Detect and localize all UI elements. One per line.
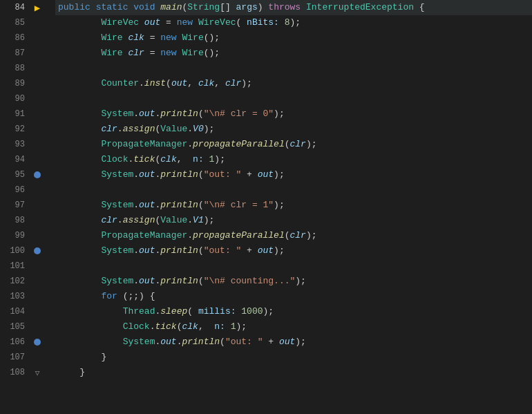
plain-93d: );: [306, 137, 317, 152]
plain-88: [58, 61, 64, 76]
str-out-100: "out: ": [204, 243, 242, 258]
str-91: "\n# clr = 0": [204, 106, 274, 122]
plain-86e: ();: [204, 30, 220, 46]
plain-84c: [155, 0, 160, 15]
line-number-100: 100: [0, 246, 30, 256]
plain-100f: );: [274, 243, 285, 258]
plain-104a: [58, 304, 123, 319]
field-v0: V0: [193, 122, 204, 137]
gutter-icon-106[interactable]: [30, 339, 44, 346]
plain-94e: [204, 152, 209, 167]
code-line-85: WireVec out = new WireVec( nBits: 8);: [55, 15, 532, 30]
breakpoint-100[interactable]: [34, 247, 41, 254]
plain-106a: [58, 335, 123, 350]
code-line-86: Wire clk = new Wire();: [55, 30, 532, 46]
plain-89e: ,: [214, 76, 225, 91]
plain-92c: (: [155, 122, 160, 137]
line-number-87: 87: [0, 48, 30, 58]
code-line-93: PropagateManager.propagateParallel(clr);: [55, 137, 532, 152]
plain-92d: .: [187, 122, 193, 137]
plain-86c: =: [144, 30, 160, 46]
code-line-98: clr.assign(Value.V1);: [55, 213, 532, 228]
param-nbits: nBits:: [247, 15, 279, 30]
line-number-86: 86: [0, 33, 30, 43]
plain-106f: );: [295, 335, 306, 350]
plain-97d: (: [198, 198, 204, 213]
var-clr-92: clr: [101, 122, 117, 137]
gutter-line-95: 95: [0, 167, 55, 182]
type-value-98: Value: [160, 213, 187, 228]
fold-icon-108[interactable]: ▽: [35, 368, 40, 377]
plain-96: [58, 182, 64, 198]
plain-104b: .: [155, 304, 160, 319]
plain-107a: }: [58, 350, 106, 365]
code-line-91: System.out.println("\n# clr = 0");: [55, 106, 532, 122]
gutter-icon-108[interactable]: ▽: [30, 368, 44, 377]
line-number-98: 98: [0, 216, 30, 225]
code-line-104: Thread.sleep( millis: 1000);: [55, 304, 532, 319]
var-clr-99: clr: [290, 228, 306, 243]
plain-92e: );: [204, 122, 215, 137]
plain-94a: [58, 152, 101, 167]
gutter-line-92: 92: [0, 122, 55, 137]
plain-95d: (: [198, 167, 204, 182]
plain-91b: .: [133, 106, 139, 122]
gutter-line-108: 108 ▽: [0, 365, 55, 380]
line-number-101: 101: [0, 261, 30, 271]
plain-101: [58, 258, 64, 274]
code-line-102: System.out.println("\n# counting...");: [55, 274, 532, 289]
field-out-102: out: [139, 274, 155, 289]
gutter-icon-95[interactable]: [30, 171, 44, 178]
plain-92a: [58, 122, 101, 137]
line-number-99: 99: [0, 231, 30, 241]
plain-87b: [123, 46, 129, 61]
type-thread: Thread: [123, 304, 155, 319]
plain-85a: [58, 15, 101, 30]
kw-static: static: [96, 0, 129, 15]
plain-87d: [177, 46, 182, 61]
plain-98a: [58, 213, 101, 228]
plain-104e: );: [263, 304, 274, 319]
gutter-line-107: 107: [0, 350, 55, 365]
type-wirevec2: WireVec: [198, 15, 236, 30]
code-line-99: PropagateManager.propagateParallel(clr);: [55, 228, 532, 243]
plain-106e: +: [263, 335, 279, 350]
field-out-91: out: [139, 106, 155, 122]
plain-104d: [236, 304, 241, 319]
plain-97e: );: [274, 198, 285, 213]
gutter-icon-100[interactable]: [30, 247, 44, 254]
gutter-line-88: 88: [0, 61, 55, 76]
gutter-line-101: 101: [0, 258, 55, 274]
gutter-icon-84[interactable]: ▶: [30, 2, 44, 14]
field-out-106: out: [160, 335, 176, 350]
kw-throws: throws: [268, 0, 301, 15]
plain-84d: (: [182, 0, 188, 15]
code-line-95: System.out.println("out: " + out);: [55, 167, 532, 182]
kw-new-87: new: [160, 46, 176, 61]
plain-105b: .: [150, 319, 155, 335]
method-main: main: [160, 0, 182, 15]
method-println-102: println: [160, 274, 198, 289]
gutter-line-103: 103: [0, 289, 55, 304]
str-97: "\n# clr = 1": [204, 198, 274, 213]
code-line-90: [55, 91, 532, 106]
type-wire-87: Wire: [101, 46, 122, 61]
breakpoint-106[interactable]: [34, 339, 41, 346]
plain-105d: ,: [198, 319, 214, 335]
plain-105a: [58, 319, 123, 335]
gutter-line-93: 93: [0, 137, 55, 152]
gutter-line-106: 106: [0, 335, 55, 350]
plain-95a: [58, 167, 101, 182]
type-propmgr-99: PropagateManager: [101, 228, 187, 243]
code-line-96: [55, 182, 532, 198]
breakpoint-95[interactable]: [34, 171, 41, 178]
code-line-88: [55, 61, 532, 76]
type-system-97: System: [101, 198, 133, 213]
plain-106d: (: [220, 335, 225, 350]
line-number-103: 103: [0, 292, 30, 301]
plain-85c: =: [160, 15, 176, 30]
plain-95f: );: [274, 167, 285, 182]
line-number-96: 96: [0, 185, 30, 195]
gutter-line-85: 85: [0, 15, 55, 30]
method-tick-94: tick: [133, 152, 155, 167]
